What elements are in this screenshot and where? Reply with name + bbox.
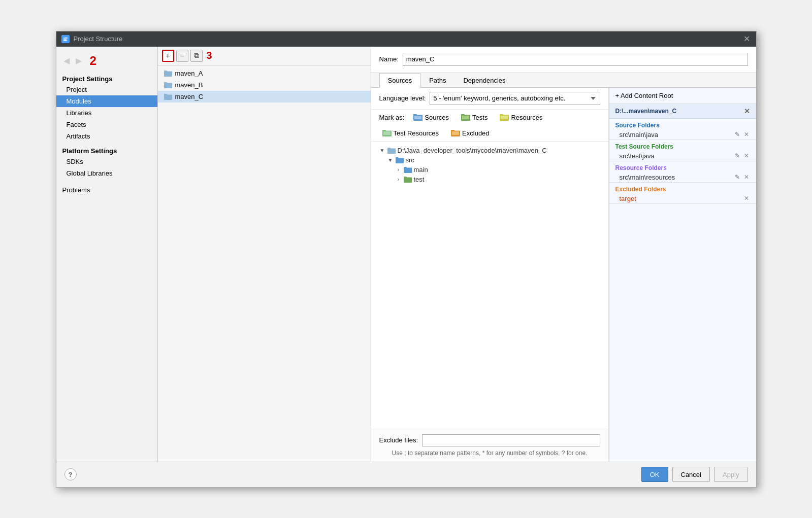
resource-folder-edit-button[interactable]: ✎ (734, 174, 741, 181)
module-item-maven-c[interactable]: maven_C (158, 91, 371, 102)
tree-test-item[interactable]: › test (396, 175, 600, 184)
test-source-folders-section: Test Source Folders src\test\java ✎ ✕ (609, 140, 756, 161)
help-button[interactable]: ? (64, 468, 77, 480)
mark-as-label: Mark as: (379, 114, 405, 121)
cancel-button[interactable]: Cancel (672, 467, 710, 482)
nav-bar: ◀ ▶ 2 (56, 52, 157, 70)
module-name: maven_B (175, 81, 203, 89)
tree-expand-main[interactable]: › (396, 166, 402, 172)
resource-folder-remove-button[interactable]: ✕ (743, 174, 750, 181)
sidebar-item-libraries[interactable]: Libraries (56, 107, 157, 119)
language-level-label: Language level: (379, 94, 426, 102)
tree-root-item[interactable]: ▼ D:\Java_developer_tools\mycode\maven\m… (379, 146, 600, 155)
exclude-files-section: Exclude files: Use ; to separate name pa… (371, 430, 608, 462)
platform-settings-header: Platform Settings (56, 142, 157, 156)
content-root-path: D:\...maven\maven_C (615, 108, 677, 115)
module-toolbar: + − ⧉ 3 (158, 47, 371, 65)
add-module-button[interactable]: + (162, 50, 174, 62)
excluded-folder-entry: target ✕ (609, 194, 756, 203)
module-name: maven_C (175, 93, 204, 100)
test-source-folder-path: src\test\java (620, 152, 734, 160)
name-input[interactable] (403, 53, 748, 66)
apply-button[interactable]: Apply (714, 467, 748, 482)
language-level-row: Language level: 5 - 'enum' keyword, gene… (371, 88, 608, 110)
mark-test-resources-button[interactable]: Test Resources (379, 128, 442, 138)
module-item-maven-a[interactable]: maven_A (158, 67, 371, 79)
name-row: Name: (371, 47, 756, 73)
name-label: Name: (379, 55, 399, 63)
excluded-folder-remove-button[interactable]: ✕ (743, 195, 750, 202)
mark-excluded-label: Excluded (462, 129, 489, 137)
svg-rect-4 (414, 116, 421, 119)
resource-folder-path: src\main\resources (620, 174, 734, 181)
resource-folder-actions: ✎ ✕ (734, 174, 750, 181)
sidebar-item-sdks[interactable]: SDKs (56, 156, 157, 167)
mark-sources-label: Sources (425, 114, 449, 121)
mark-sources-button[interactable]: Sources (410, 113, 452, 122)
language-level-select[interactable]: 5 - 'enum' keyword, generics, autoboxing… (430, 92, 600, 105)
test-source-folder-entry: src\test\java ✎ ✕ (609, 151, 756, 161)
module-folder-icon (164, 70, 172, 76)
source-folder-edit-button[interactable]: ✎ (734, 131, 741, 138)
dialog-icon (61, 35, 70, 43)
project-structure-dialog: Project Structure ✕ ◀ ▶ 2 Project Settin… (56, 31, 757, 488)
source-folder-remove-button[interactable]: ✕ (743, 131, 750, 138)
mark-resources-button[interactable]: Resources (497, 113, 545, 122)
svg-rect-6 (501, 116, 508, 119)
tree-expand-test[interactable]: › (396, 176, 402, 182)
sidebar-item-facets[interactable]: Facets (56, 119, 157, 130)
remove-module-button[interactable]: − (176, 50, 188, 62)
sidebar-item-modules[interactable]: Modules (56, 95, 157, 107)
svg-rect-3 (63, 40, 67, 41)
file-tree: ▼ D:\Java_developer_tools\mycode\maven\m… (371, 142, 608, 430)
resource-folders-header: Resource Folders (609, 161, 756, 172)
nav-forward-button[interactable]: ▶ (74, 55, 84, 66)
test-source-folders-header: Test Source Folders (609, 140, 756, 151)
sidebar-item-project[interactable]: Project (56, 84, 157, 95)
copy-module-button[interactable]: ⧉ (190, 50, 203, 62)
source-folder-path: src\main\java (620, 131, 734, 139)
title-bar: Project Structure ✕ (56, 31, 756, 47)
svg-rect-2 (63, 39, 67, 40)
module-panel: + − ⧉ 3 maven_A (158, 47, 371, 462)
dialog-title: Project Structure (74, 35, 743, 43)
tree-main-item[interactable]: › main (396, 165, 600, 175)
source-folders-header: Source Folders (609, 119, 756, 130)
exclude-files-input[interactable] (422, 434, 600, 446)
sidebar-item-global-libraries[interactable]: Global Libraries (56, 167, 157, 179)
resource-folder-entry: src\main\resources ✎ ✕ (609, 172, 756, 182)
module-name: maven_A (175, 70, 203, 77)
bottom-actions: OK Cancel Apply (641, 467, 748, 482)
tree-expand-root[interactable]: ▼ (379, 147, 385, 153)
add-content-root-button[interactable]: + Add Content Root (609, 88, 756, 104)
exclude-files-hint: Use ; to separate name patterns, * for a… (379, 448, 600, 458)
test-source-folder-remove-button[interactable]: ✕ (743, 152, 750, 159)
excluded-folder-path: target (620, 195, 743, 202)
tab-content: Language level: 5 - 'enum' keyword, gene… (371, 88, 756, 462)
excluded-folders-header: Excluded Folders (609, 183, 756, 194)
svg-rect-1 (63, 38, 68, 39)
exclude-files-label: Exclude files: (379, 436, 418, 444)
sidebar-item-problems[interactable]: Problems (62, 184, 151, 196)
source-folders-section: Source Folders src\main\java ✎ ✕ (609, 119, 756, 140)
sidebar-item-artifacts[interactable]: Artifacts (56, 130, 157, 142)
svg-rect-8 (452, 131, 459, 135)
ok-button[interactable]: OK (641, 467, 668, 482)
module-item-maven-b[interactable]: maven_B (158, 79, 371, 91)
close-button[interactable]: ✕ (743, 35, 751, 43)
nav-back-button[interactable]: ◀ (61, 55, 72, 66)
mark-excluded-button[interactable]: Excluded (448, 128, 492, 138)
add-content-root-label: + Add Content Root (615, 92, 673, 99)
tab-dependencies[interactable]: Dependencies (454, 73, 514, 88)
mark-resources-label: Resources (511, 114, 542, 121)
tab-sources[interactable]: Sources (379, 73, 421, 88)
mark-tests-button[interactable]: Tests (458, 113, 491, 122)
tab-paths[interactable]: Paths (420, 73, 454, 88)
tree-test-label: test (414, 176, 425, 183)
tree-expand-src[interactable]: ▼ (387, 157, 394, 163)
tree-src-item[interactable]: ▼ src (387, 155, 600, 165)
content-root-remove-button[interactable]: ✕ (744, 107, 750, 115)
source-folder-actions: ✎ ✕ (734, 131, 750, 138)
project-settings-header: Project Settings (56, 72, 157, 84)
test-source-folder-edit-button[interactable]: ✎ (734, 152, 741, 159)
